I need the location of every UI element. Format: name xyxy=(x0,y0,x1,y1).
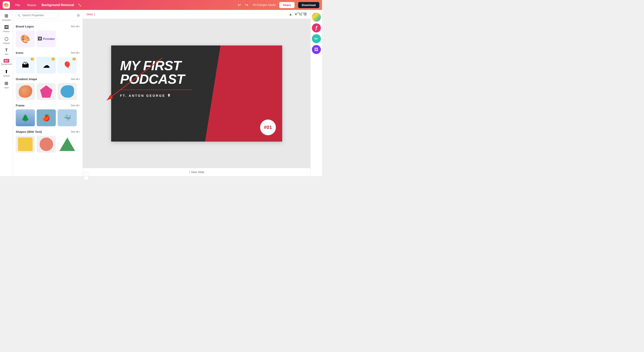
filter-button[interactable]: ⚙ xyxy=(77,13,80,18)
objects-label: Objects xyxy=(3,42,10,44)
shape-item-1[interactable] xyxy=(16,136,35,152)
shapes-title: Shapes (With Text) xyxy=(16,130,42,134)
left-panel: ⚙ Brand Logos See all 🎨 🖼 Picmaker xyxy=(13,10,83,176)
image-gallery-button[interactable]: 🖼 xyxy=(312,45,321,54)
saved-status: All Changes Saved xyxy=(253,4,276,6)
slide-text-block: MY FIRST PODCAST FT. ANTON GEORGE 🎙 xyxy=(120,59,192,98)
frame-items: 🌲 🍎 🐳 xyxy=(16,110,80,126)
shapes-with-text-section: Shapes (With Text) See all xyxy=(13,128,82,154)
gradient-shape-see-all[interactable]: See all xyxy=(71,77,80,81)
shapes-header: Shapes (With Text) See all xyxy=(16,130,80,134)
photos-label: Photos xyxy=(3,30,10,33)
brand-logos-see-all[interactable]: See all xyxy=(71,24,80,28)
search-wrapper xyxy=(16,12,75,18)
canvas-toolbar: Slide 1 ▲ ▼ ⧉ ⊞ xyxy=(83,10,310,19)
shapes-items xyxy=(16,136,80,152)
new-slide-label: + New Slide xyxy=(189,170,204,174)
search-bar: ⚙ xyxy=(13,10,82,21)
microphone-icon: 🎙 xyxy=(167,94,172,98)
zoom-level: 71% xyxy=(301,12,307,15)
frame-title: Frame xyxy=(16,104,24,107)
color-palette-button[interactable] xyxy=(312,12,321,22)
background-label: Background xyxy=(1,63,12,65)
right-tools-panel: ƒ ✏ 🖼 xyxy=(310,10,322,176)
topbar: 🎨 File Resize Background Removal ✏️ ↩ ↪ … xyxy=(0,0,322,10)
gradient-shape-section: Gradient shape See all xyxy=(13,76,82,102)
zoom-indicator: 🔍 71% xyxy=(297,12,307,15)
icon-item-2[interactable]: ★ ☁ xyxy=(37,57,56,74)
slide-label: Slide 1 xyxy=(86,12,96,16)
sidebar-item-objects[interactable]: ⬡ Objects xyxy=(1,35,12,46)
file-menu[interactable]: File xyxy=(14,2,22,8)
sidebar-item-background[interactable]: BG Background xyxy=(1,58,12,66)
templates-icon: ⊞ xyxy=(4,13,8,18)
sidebar-item-photos[interactable]: 🖼 Photos xyxy=(1,24,12,34)
font-button[interactable]: ƒ xyxy=(312,24,321,32)
sidebar-item-templates[interactable]: ⊞ Templates xyxy=(1,12,12,22)
slide-number-badge: #01 xyxy=(260,120,276,135)
project-title: Background Removal xyxy=(42,3,74,7)
canvas-container[interactable]: MY FIRST PODCAST FT. ANTON GEORGE 🎙 #01 xyxy=(83,19,310,168)
shape-item-2[interactable] xyxy=(37,136,56,152)
panel-collapse-button[interactable]: ‹ xyxy=(84,172,88,176)
gradient-item-1[interactable] xyxy=(16,83,35,100)
icons-items: ★ 🏔 ★ ☁ ★ 🎈 xyxy=(16,57,80,74)
icons-header: Icons See all xyxy=(16,51,80,54)
brand-logos-section: Brand Logos See all 🎨 🖼 Picmaker xyxy=(13,23,82,49)
gradient-item-3[interactable] xyxy=(58,83,77,100)
slide-title-line2: PODCAST xyxy=(120,72,192,86)
frame-item-1[interactable]: 🌲 xyxy=(16,110,35,126)
background-icon: BG xyxy=(4,59,9,62)
undo-button[interactable]: ↩ xyxy=(237,2,242,8)
main-layout: ⊞ Templates 🖼 Photos ⬡ Objects T Text BG… xyxy=(0,10,322,176)
subtitle-text: FT. ANTON GEORGE xyxy=(120,94,166,98)
brand-logo-item-2[interactable]: 🖼 Picmaker xyxy=(37,30,56,47)
brand-logos-title: Brand Logos xyxy=(16,25,34,28)
brand-logo-item-1[interactable]: 🎨 xyxy=(16,30,35,47)
shape-item-3[interactable] xyxy=(58,136,77,152)
sidebar-icons: ⊞ Templates 🖼 Photos ⬡ Objects T Text BG… xyxy=(0,10,13,176)
sidebar-item-apps[interactable]: ⊞ Apps xyxy=(1,79,12,90)
gradient-item-2[interactable] xyxy=(37,83,56,100)
brand-logos-items: 🎨 🖼 Picmaker xyxy=(16,30,80,47)
gradient-shape-title: Gradient shape xyxy=(16,78,37,81)
frame-see-all[interactable]: See all xyxy=(71,104,80,107)
icons-section: Icons See all ★ 🏔 ★ ☁ ★ 🎈 xyxy=(13,49,82,76)
sidebar-item-text[interactable]: T Text xyxy=(1,46,12,57)
gradient-shape-header: Gradient shape See all xyxy=(16,77,80,81)
frame-section: Frame See all 🌲 🍎 🐳 xyxy=(13,102,82,128)
navigate-up-button[interactable]: ▲ xyxy=(289,12,292,16)
apps-label: Apps xyxy=(4,86,9,89)
new-slide-bar[interactable]: + New Slide xyxy=(83,168,310,176)
slide-subtitle: FT. ANTON GEORGE 🎙 xyxy=(120,94,192,98)
panel-content: Brand Logos See all 🎨 🖼 Picmaker xyxy=(13,21,82,176)
shapes-see-all[interactable]: See all xyxy=(71,130,80,134)
edit-title-icon[interactable]: ✏️ xyxy=(78,3,82,7)
templates-label: Templates xyxy=(2,19,11,21)
brand-logos-header: Brand Logos See all xyxy=(16,24,80,28)
share-button[interactable]: Share xyxy=(279,2,294,8)
search-input[interactable] xyxy=(16,12,58,18)
icons-see-all[interactable]: See all xyxy=(71,51,80,54)
icon-item-3[interactable]: ★ 🎈 xyxy=(58,57,77,74)
apps-icon: ⊞ xyxy=(4,80,8,86)
gradient-shape-items xyxy=(16,83,80,100)
episode-number: #01 xyxy=(264,124,272,130)
undo-redo-group: ↩ ↪ xyxy=(237,2,249,8)
sidebar-item-upload[interactable]: ⬆ Upload xyxy=(1,68,12,78)
icons-title: Icons xyxy=(16,51,24,54)
text-icon: T xyxy=(5,48,8,53)
slide-canvas[interactable]: MY FIRST PODCAST FT. ANTON GEORGE 🎙 #01 xyxy=(111,46,282,142)
icon-item-1[interactable]: ★ 🏔 xyxy=(16,57,35,74)
slide-title-line1: MY FIRST xyxy=(120,59,192,72)
text-label: Text xyxy=(4,53,8,55)
redo-button[interactable]: ↪ xyxy=(244,2,249,8)
photos-icon: 🖼 xyxy=(4,25,9,30)
app-logo: 🎨 xyxy=(3,1,10,8)
resize-menu[interactable]: Resize xyxy=(26,2,38,8)
frame-item-2[interactable]: 🍎 xyxy=(37,110,56,126)
brush-button[interactable]: ✏ xyxy=(312,34,321,43)
frame-item-3[interactable]: 🐳 xyxy=(58,110,77,126)
slide-divider-line xyxy=(120,90,192,90)
download-button[interactable]: Download xyxy=(298,2,319,8)
